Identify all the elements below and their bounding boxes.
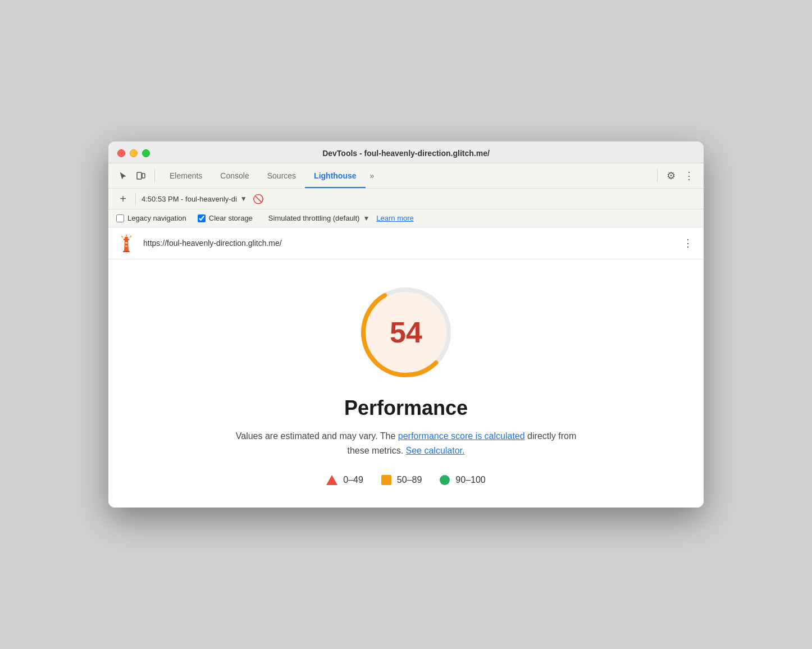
average-score-icon <box>381 475 391 485</box>
options-bar: Legacy navigation Clear storage Simulate… <box>108 209 704 227</box>
lighthouse-icon <box>116 233 136 253</box>
secondary-toolbar: + 4:50:53 PM - foul-heavenly-di ▼ 🚫 <box>108 189 704 209</box>
score-gauge: 54 <box>355 282 457 383</box>
main-content: 54 Performance Values are estimated and … <box>108 259 704 507</box>
lighthouse-more-button[interactable]: ⋮ <box>680 235 696 251</box>
clear-storage-checkbox[interactable] <box>198 214 206 222</box>
main-toolbar: Elements Console Sources Lighthouse » ⚙ … <box>108 163 704 189</box>
toolbar-divider-1 <box>154 169 155 182</box>
svg-line-6 <box>130 236 131 237</box>
lighthouse-bar: https://foul-heavenly-direction.glitch.m… <box>108 227 704 259</box>
toolbar-divider-2 <box>657 169 658 182</box>
tab-elements[interactable]: Elements <box>161 168 211 184</box>
description-start: Values are estimated and may vary. The <box>236 431 398 441</box>
performance-description: Values are estimated and may vary. The p… <box>232 429 580 458</box>
maximize-button[interactable] <box>142 149 150 157</box>
svg-rect-3 <box>124 239 129 240</box>
bad-score-icon <box>326 475 337 485</box>
score-legend: 0–49 50–89 90–100 <box>326 475 485 485</box>
clear-storage-label[interactable]: Clear storage <box>209 214 253 222</box>
learn-more-link[interactable]: Learn more <box>376 214 413 222</box>
device-toggle-button[interactable] <box>133 168 149 184</box>
tab-console[interactable]: Console <box>211 168 258 184</box>
performance-score-link[interactable]: performance score is calculated <box>398 431 525 441</box>
tab-sources[interactable]: Sources <box>258 168 305 184</box>
lighthouse-url: https://foul-heavenly-direction.glitch.m… <box>143 239 680 248</box>
svg-rect-8 <box>123 251 130 252</box>
tab-lighthouse[interactable]: Lighthouse <box>305 168 365 184</box>
legacy-navigation-group: Legacy navigation <box>116 214 186 222</box>
url-bar: 4:50:53 PM - foul-heavenly-di ▼ <box>142 195 247 203</box>
legend-item-bad: 0–49 <box>326 475 363 485</box>
tab-more-button[interactable]: » <box>366 168 379 184</box>
bad-score-range: 0–49 <box>343 475 363 485</box>
legacy-navigation-checkbox[interactable] <box>116 214 124 222</box>
svg-rect-0 <box>137 172 142 179</box>
svg-line-7 <box>121 236 123 237</box>
svg-rect-1 <box>142 173 145 178</box>
throttle-dropdown[interactable]: ▼ <box>363 214 369 222</box>
title-bar: DevTools - foul-heavenly-direction.glitc… <box>108 141 704 163</box>
legend-item-average: 50–89 <box>381 475 422 485</box>
secondary-divider <box>135 193 136 205</box>
svg-rect-10 <box>125 245 127 247</box>
cursor-tool-button[interactable] <box>115 168 131 184</box>
clear-storage-group: Clear storage <box>198 214 253 222</box>
more-options-button[interactable]: ⋮ <box>681 168 697 184</box>
devtools-window: DevTools - foul-heavenly-direction.glitc… <box>108 141 704 507</box>
url-dropdown-icon[interactable]: ▼ <box>240 195 247 203</box>
calculator-link[interactable]: See calculator. <box>406 446 465 455</box>
toolbar-right: ⚙ ⋮ <box>663 168 697 184</box>
minimize-button[interactable] <box>130 149 138 157</box>
performance-heading: Performance <box>344 396 468 420</box>
score-number: 54 <box>390 316 422 349</box>
good-score-icon <box>440 475 450 485</box>
average-score-range: 50–89 <box>397 475 422 485</box>
tab-list: Elements Console Sources Lighthouse » <box>161 168 651 184</box>
timestamp-text: 4:50:53 PM - foul-heavenly-di <box>142 195 237 203</box>
throttle-label: Simulated throttling (default) <box>268 214 360 222</box>
svg-rect-9 <box>125 242 127 244</box>
settings-button[interactable]: ⚙ <box>663 168 679 184</box>
legacy-navigation-label[interactable]: Legacy navigation <box>127 214 186 222</box>
traffic-lights <box>117 149 150 157</box>
legend-item-good: 90–100 <box>440 475 485 485</box>
window-title: DevTools - foul-heavenly-direction.glitc… <box>322 149 490 158</box>
svg-rect-4 <box>125 237 128 239</box>
no-entry-icon: 🚫 <box>253 194 264 204</box>
close-button[interactable] <box>117 149 125 157</box>
throttle-arrow-icon: ▼ <box>363 214 369 222</box>
good-score-range: 90–100 <box>455 475 485 485</box>
throttle-group: Simulated throttling (default) ▼ Learn m… <box>268 214 414 222</box>
add-button[interactable]: + <box>116 192 130 205</box>
